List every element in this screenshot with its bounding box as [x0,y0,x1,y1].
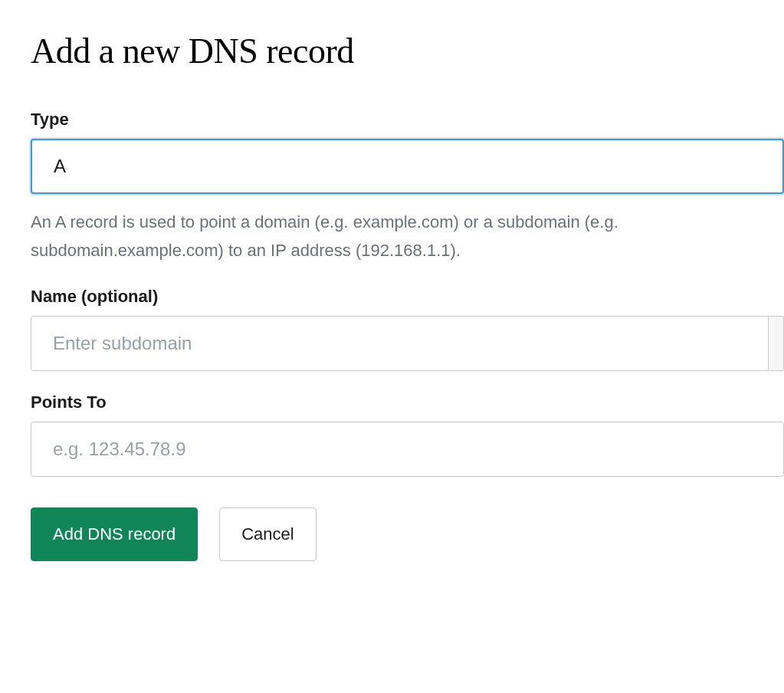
page-title: Add a new DNS record [31,31,784,71]
cancel-button[interactable]: Cancel [219,507,316,561]
name-input-row [31,316,784,371]
type-select-wrapper: A [31,139,784,194]
type-selected-value: A [54,156,66,177]
type-field-group: Type A An A record is used to point a do… [31,110,784,265]
name-input[interactable] [31,316,769,371]
name-label: Name (optional) [31,287,784,307]
name-field-group: Name (optional) [31,287,784,371]
name-suffix-addon [769,316,784,371]
points-to-input[interactable] [31,422,784,477]
type-label: Type [31,110,784,130]
type-hint: An A record is used to point a domain (e… [31,208,751,265]
add-dns-record-button[interactable]: Add DNS record [31,507,198,561]
points-to-field-group: Points To [31,392,784,477]
type-dropdown[interactable]: A [31,139,784,194]
button-row: Add DNS record Cancel [31,507,784,561]
points-to-label: Points To [31,392,784,412]
